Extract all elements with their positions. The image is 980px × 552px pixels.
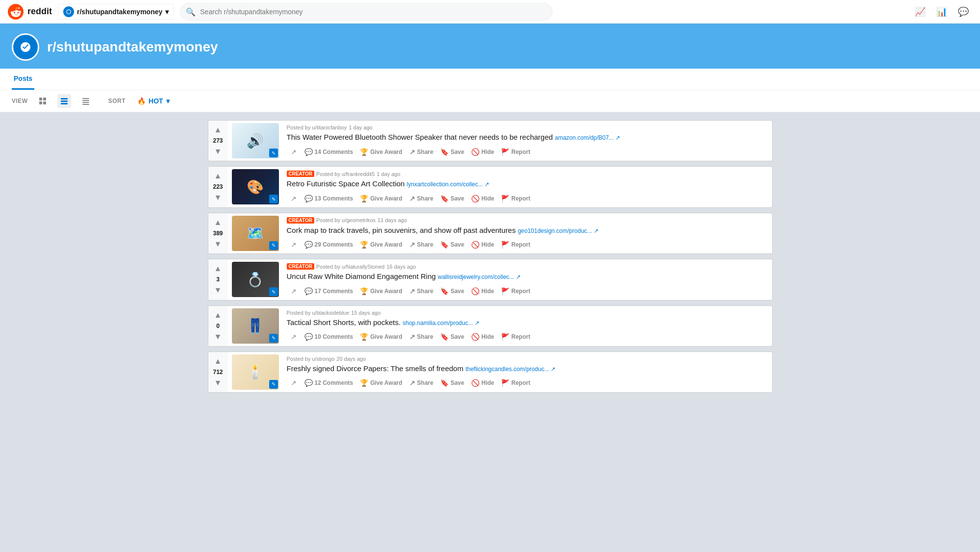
upvote-button[interactable]: ▲ [213, 217, 223, 228]
report-button[interactable]: 🚩 Report [498, 331, 533, 343]
post-external-link[interactable]: amazon.com/dp/B07... ↗ [555, 134, 620, 141]
downvote-button[interactable]: ▼ [213, 146, 223, 157]
comments-count: 12 Comments [315, 379, 353, 386]
post-title: This Water Powered Bluetooth Shower Spea… [287, 132, 768, 142]
upvote-button[interactable]: ▲ [213, 171, 223, 181]
comments-button[interactable]: 💬 12 Comments [302, 377, 356, 389]
share-button[interactable]: ↗ Share [406, 331, 436, 343]
post-body: Posted by u/strongo 20 days ago Freshly … [283, 352, 772, 392]
svg-rect-4 [43, 101, 46, 104]
give-award-button[interactable]: 🏆 Give Award [357, 377, 405, 389]
downvote-button[interactable]: ▼ [213, 377, 223, 388]
open-external-button[interactable]: ↗ [287, 192, 301, 205]
share-button[interactable]: ↗ Share [406, 193, 436, 204]
post-external-link[interactable]: wallisreidjewelry.com/collec... ↗ [438, 274, 521, 280]
comments-button[interactable]: 💬 29 Comments [302, 239, 356, 251]
post-body: CREATOR Posted by u/frankreddit5 1 day a… [283, 167, 772, 207]
report-button[interactable]: 🚩 Report [498, 146, 533, 158]
vote-column: ▲ 712 ▼ [208, 352, 228, 392]
flag-icon: 🚩 [501, 287, 509, 295]
comments-count: 14 Comments [315, 149, 353, 155]
upvote-button[interactable]: ▲ [213, 125, 223, 135]
save-button[interactable]: 🔖 Save [437, 146, 467, 158]
post-meta: Posted by u/strongo 20 days ago [287, 356, 768, 362]
save-icon: 🔖 [440, 287, 449, 295]
chat-icon-button[interactable]: 💬 [955, 3, 972, 21]
open-external-button[interactable]: ↗ [287, 145, 301, 159]
post-external-link[interactable]: geo101design.com/produc... ↗ [518, 227, 599, 234]
post-external-link[interactable]: shop.namilia.com/produc... ↗ [402, 320, 479, 326]
give-award-button[interactable]: 🏆 Give Award [357, 239, 405, 251]
give-award-button[interactable]: 🏆 Give Award [357, 285, 405, 297]
comments-button[interactable]: 💬 17 Comments [302, 285, 356, 297]
chevron-down-icon: ▾ [166, 97, 170, 105]
comments-icon: 💬 [304, 241, 313, 249]
report-label: Report [511, 288, 530, 295]
open-external-button[interactable]: ↗ [287, 284, 301, 298]
save-button[interactable]: 🔖 Save [437, 377, 467, 389]
hide-button[interactable]: 🚫 Hide [468, 285, 497, 297]
open-external-button[interactable]: ↗ [287, 376, 301, 390]
save-button[interactable]: 🔖 Save [437, 285, 467, 297]
post-external-link[interactable]: lynxartcollection.com/collec... ↗ [407, 181, 490, 188]
subreddit-selector[interactable]: r/shutupandtakemymoney ▾ [58, 4, 174, 20]
give-award-button[interactable]: 🏆 Give Award [357, 193, 405, 204]
save-button[interactable]: 🔖 Save [437, 331, 467, 343]
comments-count: 10 Comments [315, 333, 353, 340]
post-external-link[interactable]: theflickingcandles.com/produc... ↗ [465, 366, 555, 373]
upvote-button[interactable]: ▲ [213, 356, 223, 367]
hide-button[interactable]: 🚫 Hide [468, 193, 497, 204]
comments-icon: 💬 [304, 148, 313, 156]
report-button[interactable]: 🚩 Report [498, 377, 533, 389]
comments-count: 13 Comments [315, 195, 353, 202]
hide-button[interactable]: 🚫 Hide [468, 331, 497, 343]
edit-icon: ✎ [269, 334, 278, 343]
share-icon: ↗ [409, 287, 415, 295]
downvote-button[interactable]: ▼ [213, 192, 223, 203]
edit-icon: ✎ [269, 241, 278, 250]
view-card-button[interactable] [36, 94, 50, 108]
sort-value: HOT [149, 97, 163, 105]
upvote-button[interactable]: ▲ [213, 263, 223, 274]
post-title: Retro Futuristic Space Art Collection ly… [287, 179, 768, 189]
hide-button[interactable]: 🚫 Hide [468, 377, 497, 389]
upvote-button[interactable]: ▲ [213, 310, 223, 321]
share-button[interactable]: ↗ Share [406, 285, 436, 297]
view-compact-button[interactable] [79, 94, 93, 108]
report-button[interactable]: 🚩 Report [498, 285, 533, 297]
trending-icon-button[interactable]: 📈 [911, 3, 929, 21]
view-list-button[interactable] [57, 94, 71, 108]
comments-button[interactable]: 💬 14 Comments [302, 146, 356, 158]
save-button[interactable]: 🔖 Save [437, 239, 467, 251]
share-icon: ↗ [409, 241, 415, 249]
give-award-button[interactable]: 🏆 Give Award [357, 331, 405, 343]
open-external-button[interactable]: ↗ [287, 238, 301, 251]
share-button[interactable]: ↗ Share [406, 239, 436, 251]
share-button[interactable]: ↗ Share [406, 146, 436, 158]
downvote-button[interactable]: ▼ [213, 285, 223, 296]
hide-icon: 🚫 [471, 148, 479, 156]
downvote-button[interactable]: ▼ [213, 239, 223, 250]
report-button[interactable]: 🚩 Report [498, 239, 533, 251]
comments-button[interactable]: 💬 10 Comments [302, 331, 356, 343]
save-label: Save [451, 195, 464, 202]
creator-badge: CREATOR [287, 171, 315, 177]
tab-posts[interactable]: Posts [12, 69, 34, 90]
report-button[interactable]: 🚩 Report [498, 193, 533, 204]
hide-button[interactable]: 🚫 Hide [468, 146, 497, 158]
open-external-button[interactable]: ↗ [287, 330, 301, 344]
hide-button[interactable]: 🚫 Hide [468, 239, 497, 251]
downvote-button[interactable]: ▼ [213, 331, 223, 342]
share-button[interactable]: ↗ Share [406, 377, 436, 389]
give-award-button[interactable]: 🏆 Give Award [357, 146, 405, 158]
post-actions: ↗ 💬 13 Comments 🏆 Give Award ↗ Share 🔖 S… [287, 192, 768, 205]
sort-hot-button[interactable]: 🔥 HOT ▾ [133, 95, 174, 107]
comments-button[interactable]: 💬 13 Comments [302, 193, 356, 204]
search-input[interactable] [180, 3, 553, 21]
stats-icon-button[interactable]: 📊 [933, 3, 951, 21]
save-button[interactable]: 🔖 Save [437, 193, 467, 204]
post-card: ▲ 712 ▼ 🕯️ ✎ Posted by u/strongo 20 days… [208, 351, 773, 393]
reddit-logo[interactable]: reddit [8, 4, 52, 20]
save-label: Save [451, 288, 464, 295]
vote-column: ▲ 3 ▼ [208, 259, 228, 300]
